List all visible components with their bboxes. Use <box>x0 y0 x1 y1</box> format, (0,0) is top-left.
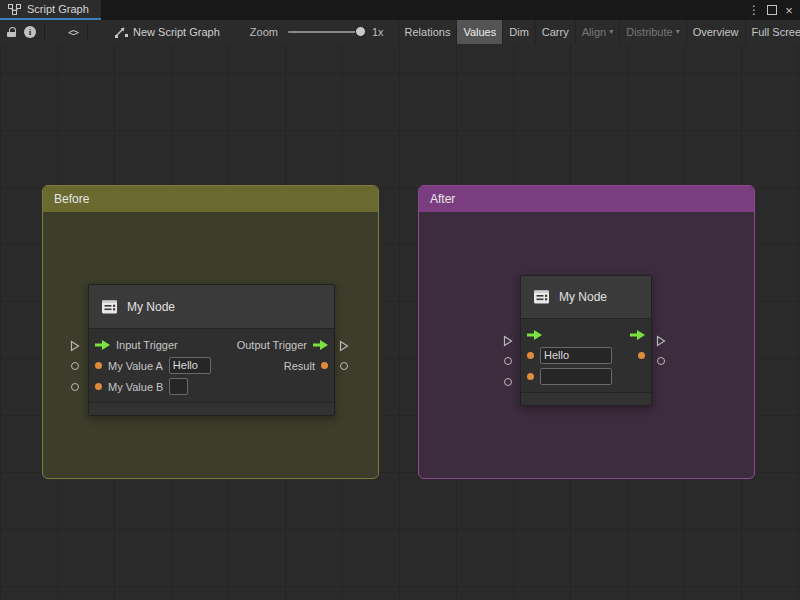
relations-button[interactable]: Relations <box>398 20 457 44</box>
node-icon <box>101 299 118 315</box>
tab-title: Script Graph <box>27 3 89 15</box>
my-value-a-input[interactable] <box>169 357 211 374</box>
toolbar-separator <box>44 24 45 40</box>
values-label: Values <box>463 26 496 38</box>
node-icon <box>533 289 550 305</box>
node-header[interactable]: My Node <box>521 276 651 319</box>
value-port-outline-icon[interactable] <box>504 378 512 386</box>
node-footer <box>521 392 651 405</box>
lock-glyph <box>7 27 17 37</box>
zoom-slider-knob[interactable] <box>355 26 366 37</box>
relations-label: Relations <box>405 26 451 38</box>
node-header[interactable]: My Node <box>89 285 334 329</box>
close-icon[interactable]: × <box>781 0 797 20</box>
value-input-port-icon[interactable] <box>527 373 534 380</box>
value-output-port-icon[interactable] <box>321 362 328 369</box>
port-row-triggers: Input Trigger Output Trigger <box>89 334 334 355</box>
flow-port-outline-icon[interactable] <box>656 333 666 351</box>
maximize-glyph <box>767 5 777 15</box>
group-before-title: Before <box>54 192 89 206</box>
script-graph-window: { "tab_bar": { "title": "Script Graph" }… <box>0 0 800 600</box>
node-my-node-before[interactable]: My Node Input Trigger Output Trigger <box>88 284 335 416</box>
node-title: My Node <box>559 290 607 304</box>
code-icon[interactable]: <> <box>64 20 82 44</box>
overview-label: Overview <box>693 26 739 38</box>
node-ports: Input Trigger Output Trigger My Value A … <box>89 329 334 402</box>
group-after-title: After <box>430 192 455 206</box>
align-label: Align <box>582 26 606 38</box>
toolbar-buttons: Relations Values Dim Carry Align ▾ Distr… <box>398 20 800 44</box>
flow-output-port-icon[interactable] <box>313 340 328 350</box>
my-value-b-label: My Value B <box>108 381 163 393</box>
flow-input-port-icon[interactable] <box>527 330 542 340</box>
chevron-down-icon: ▾ <box>609 28 613 36</box>
value-port-outline-icon[interactable] <box>71 362 79 370</box>
graph-name-button[interactable]: New Script Graph <box>115 26 220 38</box>
value-port-outline-icon[interactable] <box>504 357 512 365</box>
fullscreen-button[interactable]: Full Screen <box>745 20 800 44</box>
input-trigger-label: Input Trigger <box>116 339 178 351</box>
my-value-a-label: My Value A <box>108 360 163 372</box>
chevron-down-icon: ▾ <box>676 28 680 36</box>
graph-asset-icon <box>115 26 128 38</box>
zoom-label: Zoom <box>250 26 278 38</box>
distribute-button[interactable]: Distribute ▾ <box>619 20 685 44</box>
port-row-value-a: My Value A Result <box>89 355 334 376</box>
group-before-header[interactable]: Before <box>43 186 378 212</box>
value-input-port-icon[interactable] <box>95 362 102 369</box>
toolbar-separator <box>87 24 88 40</box>
port-row-value-b <box>521 366 651 387</box>
lock-icon[interactable] <box>3 20 21 44</box>
graph-name-label: New Script Graph <box>133 26 220 38</box>
fullscreen-label: Full Screen <box>752 26 800 38</box>
carry-label: Carry <box>542 26 569 38</box>
my-value-b-input[interactable] <box>169 378 188 395</box>
distribute-label: Distribute <box>626 26 672 38</box>
value-port-outline-icon[interactable] <box>340 362 348 370</box>
flow-port-outline-icon[interactable] <box>70 338 80 356</box>
port-row-value-a <box>521 345 651 366</box>
node-footer <box>89 402 334 415</box>
tab-script-graph[interactable]: Script Graph <box>0 0 101 20</box>
info-icon[interactable]: i <box>21 20 39 44</box>
script-graph-tab-icon <box>8 4 21 15</box>
info-glyph: i <box>24 26 36 38</box>
port-row-value-b: My Value B <box>89 376 334 397</box>
flow-port-outline-icon[interactable] <box>339 338 349 356</box>
zoom-value: 1x <box>372 26 384 38</box>
value-port-outline-icon[interactable] <box>657 357 665 365</box>
maximize-icon[interactable] <box>764 0 780 20</box>
port-row-triggers <box>521 324 651 345</box>
my-value-a-input[interactable] <box>540 347 612 364</box>
kebab-menu-icon[interactable]: ⋮ <box>746 0 762 20</box>
flow-port-outline-icon[interactable] <box>503 333 513 351</box>
carry-button[interactable]: Carry <box>535 20 575 44</box>
tab-bar: Script Graph ⋮ × <box>0 0 800 21</box>
flow-input-port-icon[interactable] <box>95 340 110 350</box>
overview-button[interactable]: Overview <box>686 20 745 44</box>
node-title: My Node <box>127 300 175 314</box>
value-input-port-icon[interactable] <box>527 352 534 359</box>
output-trigger-label: Output Trigger <box>237 339 307 351</box>
my-value-b-input[interactable] <box>540 368 612 385</box>
node-ports <box>521 319 651 392</box>
values-button[interactable]: Values <box>456 20 502 44</box>
zoom-slider[interactable] <box>288 20 366 44</box>
graph-canvas[interactable]: Before After My Node <box>0 44 800 600</box>
result-label: Result <box>284 360 315 372</box>
value-input-port-icon[interactable] <box>95 383 102 390</box>
align-button[interactable]: Align ▾ <box>575 20 619 44</box>
graph-toolbar: i <> New Script Graph Zoom 1x Relations … <box>0 20 800 45</box>
node-my-node-after[interactable]: My Node <box>520 275 652 406</box>
value-output-port-icon[interactable] <box>638 352 645 359</box>
group-after-header[interactable]: After <box>419 186 754 212</box>
value-port-outline-icon[interactable] <box>71 383 79 391</box>
dim-button[interactable]: Dim <box>502 20 535 44</box>
flow-output-port-icon[interactable] <box>630 330 645 340</box>
dim-label: Dim <box>509 26 529 38</box>
